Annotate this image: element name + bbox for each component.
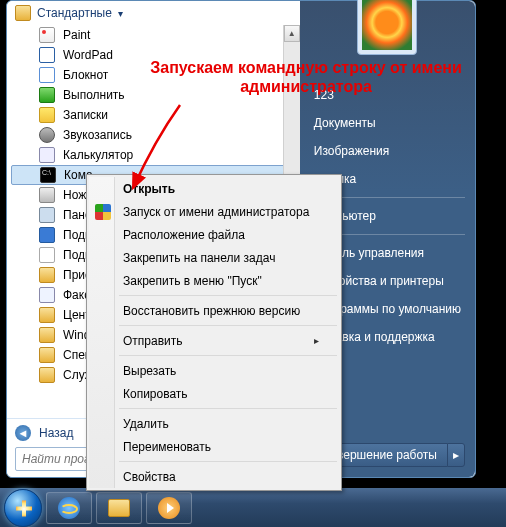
- program-item[interactable]: Paint: [11, 25, 296, 45]
- rdp-icon: [39, 227, 55, 243]
- context-menu-item-label: Отправить: [123, 334, 183, 348]
- context-menu-item[interactable]: Закрепить в меню "Пуск": [89, 269, 339, 292]
- separator: [119, 355, 337, 356]
- context-menu-item[interactable]: Закрепить на панели задач: [89, 246, 339, 269]
- calc-icon: [39, 147, 55, 163]
- context-menu-item-label: Расположение файла: [123, 228, 245, 242]
- folder-icon: [39, 367, 55, 383]
- context-menu-item-label: Запуск от имени администратора: [123, 205, 309, 219]
- start-orb-button[interactable]: [4, 489, 42, 527]
- separator: [119, 295, 337, 296]
- tablet-icon: [39, 207, 55, 223]
- folder-icon: [39, 267, 55, 283]
- context-menu-item-label: Переименовать: [123, 440, 211, 454]
- folder-icon: [39, 327, 55, 343]
- program-item-label: Калькулятор: [63, 148, 133, 162]
- separator: [119, 325, 337, 326]
- internet-explorer-icon: [58, 497, 80, 519]
- context-menu-item[interactable]: Свойства: [89, 465, 339, 488]
- uac-shield-icon: [95, 204, 111, 220]
- shutdown-options-button[interactable]: ▸: [447, 443, 465, 467]
- note-icon: [39, 67, 55, 83]
- program-item[interactable]: Блокнот: [11, 65, 296, 85]
- media-player-icon: [158, 497, 180, 519]
- context-menu: ОткрытьЗапуск от имени администратораРас…: [86, 174, 342, 491]
- folder-icon: [39, 347, 55, 363]
- context-menu-item[interactable]: Вырезать: [89, 359, 339, 382]
- context-menu-item[interactable]: Запуск от имени администратора: [89, 200, 339, 223]
- pictures-link[interactable]: Изображения: [300, 137, 475, 165]
- paint-icon: [39, 27, 55, 43]
- programs-folder-header[interactable]: Стандартные ▾: [7, 1, 300, 25]
- run-icon: [39, 87, 55, 103]
- program-item-label: Блокнот: [63, 68, 108, 82]
- wordpad-icon: [39, 47, 55, 63]
- taskbar: [0, 487, 506, 527]
- program-item-label: WordPad: [63, 48, 113, 62]
- context-menu-item-label: Закрепить в меню "Пуск": [123, 274, 262, 288]
- user-avatar-icon: [362, 0, 412, 50]
- taskbar-media-player-button[interactable]: [146, 492, 192, 524]
- context-menu-item[interactable]: Отправить: [89, 329, 339, 352]
- taskbar-explorer-button[interactable]: [96, 492, 142, 524]
- program-item-label: Записки: [63, 108, 108, 122]
- context-menu-item[interactable]: Открыть: [89, 177, 339, 200]
- context-menu-item-label: Вырезать: [123, 364, 176, 378]
- context-menu-item-label: Удалить: [123, 417, 169, 431]
- cmd-icon: [40, 167, 56, 183]
- chevron-down-icon: ▾: [118, 8, 123, 19]
- program-item-label: Звукозапись: [63, 128, 132, 142]
- separator: [119, 461, 337, 462]
- context-menu-item[interactable]: Расположение файла: [89, 223, 339, 246]
- proj-icon: [39, 247, 55, 263]
- folder-icon: [108, 499, 130, 517]
- sticky-icon: [39, 107, 55, 123]
- context-menu-item-label: Восстановить прежнюю версию: [123, 304, 300, 318]
- folder-icon: [15, 5, 31, 21]
- program-item-label: Paint: [63, 28, 90, 42]
- context-menu-item[interactable]: Копировать: [89, 382, 339, 405]
- context-menu-item-label: Копировать: [123, 387, 188, 401]
- fax-icon: [39, 287, 55, 303]
- back-label: Назад: [39, 426, 73, 440]
- context-menu-item-label: Открыть: [123, 182, 175, 196]
- context-menu-list: ОткрытьЗапуск от имени администратораРас…: [89, 177, 339, 488]
- context-menu-item[interactable]: Восстановить прежнюю версию: [89, 299, 339, 322]
- program-item-label: Выполнить: [63, 88, 125, 102]
- program-item[interactable]: Калькулятор: [11, 145, 296, 165]
- taskbar-ie-button[interactable]: [46, 492, 92, 524]
- separator: [119, 408, 337, 409]
- folder-icon: [39, 307, 55, 323]
- user-avatar-frame[interactable]: [357, 0, 417, 55]
- user-folder-link[interactable]: 123: [300, 81, 475, 109]
- programs-folder-label: Стандартные: [37, 6, 112, 20]
- program-item[interactable]: Выполнить: [11, 85, 296, 105]
- program-item[interactable]: Звукозапись: [11, 125, 296, 145]
- context-menu-item[interactable]: Удалить: [89, 412, 339, 435]
- context-menu-item[interactable]: Переименовать: [89, 435, 339, 458]
- scroll-up-icon[interactable]: ▲: [284, 25, 300, 42]
- context-menu-item-label: Закрепить на панели задач: [123, 251, 275, 265]
- scis-icon: [39, 187, 55, 203]
- snd-icon: [39, 127, 55, 143]
- back-arrow-icon: ◄: [15, 425, 31, 441]
- context-menu-item-label: Свойства: [123, 470, 176, 484]
- program-item[interactable]: WordPad: [11, 45, 296, 65]
- documents-link[interactable]: Документы: [300, 109, 475, 137]
- program-item[interactable]: Записки: [11, 105, 296, 125]
